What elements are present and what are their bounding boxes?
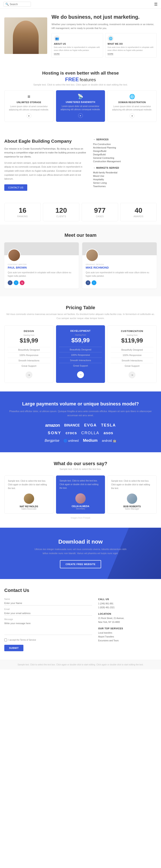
price-feature: Smooth Interactions — [111, 358, 154, 363]
download-body: Ultrices leo integer malesuada nunc vel … — [33, 547, 128, 555]
about-body2: Ut enim ad minim veniam, quis nostrud ex… — [4, 161, 87, 181]
storage-text: Lorem ipsum dolor sit amet consectetur a… — [7, 105, 51, 111]
evga-logo: EVGA — [84, 423, 97, 428]
submit-button[interactable]: SUBMIT — [4, 645, 23, 651]
markets-label: → MARKETS SERVED — [93, 166, 157, 169]
stat-label: AWARDS — [124, 215, 153, 218]
about-body1: Our mission is to Create Successful Part… — [4, 147, 87, 159]
price-feature: 100% Responsive — [59, 352, 102, 358]
domain-icon: 🌐 — [110, 94, 154, 99]
list-item: DesignBuild — [93, 153, 157, 156]
about-more-link[interactable]: MORE — [54, 53, 60, 55]
testimonials-subtitle: Sample text. Click to select the text bo… — [4, 468, 157, 470]
pricing-card-customization: CUSTOMIZATION Starting from $119,99 Beau… — [107, 325, 157, 383]
instagram-icon[interactable]: ig — [20, 280, 25, 285]
email-field-group: Email — [4, 608, 92, 616]
list-item: Hospitality — [93, 178, 157, 181]
team-name: MIKE RICHMOND — [86, 266, 153, 269]
list-item: Townhomes — [93, 185, 157, 188]
team-heading: Meet our team — [4, 232, 157, 238]
pricing-section: Pricing Table Vel risus commodo viverra … — [0, 296, 161, 392]
pricing-starting: Starting from — [7, 334, 50, 336]
twitter-icon[interactable]: t — [92, 280, 96, 285]
feature-storage: ≡ UNLIMITED STORAGE Lorem ipsum dolor si… — [4, 90, 54, 122]
price-feature: 100% Responsive — [7, 352, 50, 358]
brand-logos-row3: Bergprise 🌀 unilmed Medium android 🤖 — [4, 438, 157, 443]
twitter-icon[interactable]: t — [14, 280, 19, 285]
price-feature: Great Support — [111, 363, 154, 369]
footer: Sample text. Click to select the text bo… — [0, 660, 161, 670]
message-label: Message — [4, 618, 92, 620]
medium-logo: Medium — [83, 438, 97, 443]
price-feature: Beautifully Designed — [59, 347, 102, 352]
hero-body: Whether your company looks for a financi… — [52, 22, 157, 30]
storage-title: UNLIMITED STORAGE — [7, 101, 51, 103]
contact-us-button[interactable]: CONTACT US — [4, 184, 27, 191]
team-desc: Quis aute iure reprehenderit in voluptat… — [8, 271, 75, 278]
pricing-select-button[interactable]: → — [26, 371, 32, 378]
navbar: 🔍 ☰ — [0, 0, 161, 9]
domain-chevron[interactable]: ▾ — [130, 114, 134, 118]
testimonial-nat: Sample text. Click to select the text bo… — [4, 475, 54, 514]
name-field-group: Name — [4, 598, 92, 606]
service-line3: Excursions and Tours — [98, 639, 157, 643]
pricing-card-design: DESIGN Starting from $19,99 Beautifully … — [4, 325, 54, 383]
about-card-title: ABOUT US — [54, 43, 101, 45]
list-item: Mixed Use — [93, 174, 157, 178]
about-icon: 👥 — [54, 35, 60, 41]
about-card-text: Duis aute irure dolor in reprehenderit i… — [54, 46, 101, 52]
tesla-logo: TESLA — [101, 423, 116, 428]
avatar-celia — [75, 493, 86, 504]
team-social: f t ig — [8, 280, 75, 285]
pricing-select-button[interactable]: → — [77, 371, 84, 378]
create-free-website-button[interactable]: CREATE FREE WEBSITE — [60, 560, 101, 568]
what-card-text: Duis aute irure dolor in reprehenderit i… — [107, 46, 154, 52]
price-feature: 100% Responsive — [111, 352, 154, 358]
list-item: Construction Management — [93, 160, 157, 163]
facebook-icon[interactable]: f — [8, 280, 12, 285]
testimonial-body: Sample text. Click to select the text bo… — [111, 479, 153, 490]
team-role: CONTENT WRITER — [8, 264, 75, 266]
team-role: GRAPHIC DESIGN — [86, 264, 153, 266]
binance-logo: BINANCE — [64, 424, 80, 427]
testimonial-bob: Sample text. Click to select the text bo… — [107, 475, 157, 514]
testimonial-body: Sample text. Click to select the text bo… — [8, 479, 50, 490]
testimonial-name: CELIA ALMEDA — [60, 505, 101, 507]
stat-clients: 120 CLIENTS — [43, 203, 79, 221]
footer-text: Sample text. Click to select the text bo… — [4, 663, 157, 666]
free-features-subtitle: Sample text. Click to select the text bo… — [4, 83, 157, 86]
what-more-link[interactable]: MORE — [107, 53, 114, 55]
search-input[interactable] — [10, 3, 29, 6]
pricing-tier: DEVELOPMENT — [59, 330, 102, 332]
contact-section: Contact Us Name Email Message I accept t… — [0, 579, 161, 660]
message-input[interactable] — [4, 621, 92, 635]
bandwidth-icon: 📡 — [58, 94, 103, 99]
pricing-card-development: DEVELOPMENT Starting from $59,99 Beautif… — [56, 325, 105, 383]
price-amount: $19,99 — [7, 337, 50, 344]
name-input[interactable] — [4, 601, 92, 606]
pricing-description: Vel risus commodo viverra maecenas accum… — [4, 312, 157, 320]
services-label: → SERVICES — [93, 138, 157, 141]
stat-number: 977 — [85, 207, 115, 214]
menu-icon[interactable]: ☰ — [154, 2, 158, 7]
domain-title: DOMAIN REGISTRATION — [110, 101, 154, 103]
hero-image — [4, 18, 47, 54]
storage-chevron[interactable]: ▾ — [27, 114, 31, 118]
contact-form: Name Email Message I accept the Terms of… — [4, 598, 92, 651]
facebook-icon[interactable]: f — [86, 280, 90, 285]
search-bar[interactable]: 🔍 — [3, 2, 31, 7]
avatar-nat — [24, 494, 34, 504]
terms-checkbox[interactable] — [4, 639, 7, 641]
bandwidth-chevron[interactable]: ▾ — [78, 113, 83, 118]
payments-section: Large payments volume or unique business… — [0, 392, 161, 452]
domain-text: Lorem ipsum dolor sit amet consectetur a… — [110, 105, 154, 111]
download-section: Download it now Ultrices leo integer mal… — [0, 528, 161, 579]
pricing-select-button[interactable]: → — [129, 371, 135, 378]
email-input[interactable] — [4, 611, 92, 616]
name-label: Name — [4, 598, 92, 600]
service-line2: Airport Transfers — [98, 635, 157, 639]
what-card: 🌐 WHAT WE DO Duis aute irure dolor in re… — [105, 33, 157, 58]
terms-label[interactable]: I accept the Terms of Service — [8, 639, 36, 641]
stat-cases: 977 CASES — [82, 203, 118, 221]
team-card-paul: CONTENT WRITER PAUL BROWN Quis aute iure… — [4, 242, 79, 288]
